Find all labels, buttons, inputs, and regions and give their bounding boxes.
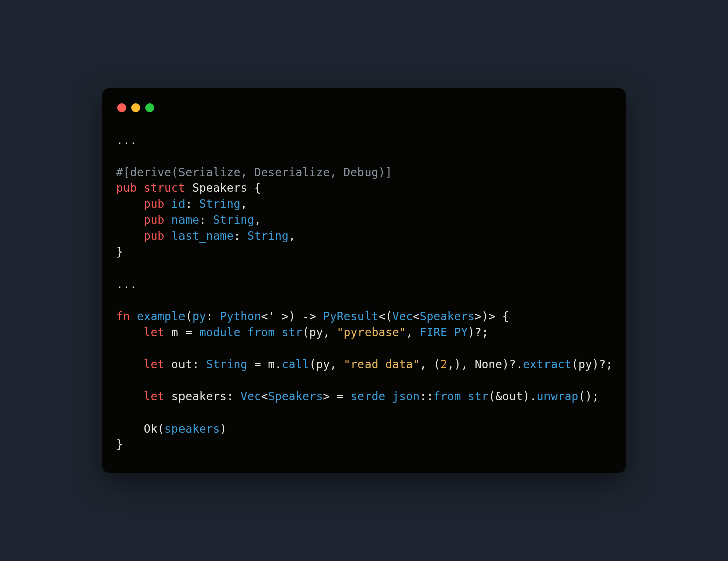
number-2: 2 (440, 358, 447, 371)
type-pyresult: PyResult (323, 310, 378, 323)
kw-pub: pub (116, 181, 137, 194)
kw-let: let (144, 358, 164, 371)
close-icon[interactable] (117, 103, 126, 112)
brace-close: } (116, 438, 123, 451)
kw-pub: pub (144, 197, 164, 210)
ok: Ok (144, 422, 158, 435)
serde-json: serde_json (350, 390, 419, 403)
fn-module-from-str: module_from_str (199, 326, 302, 339)
type-string: String (199, 197, 240, 210)
traffic-lights (117, 103, 612, 112)
type-python: Python (220, 310, 261, 323)
ellipsis: ... (116, 133, 137, 147)
maximize-icon[interactable] (145, 103, 154, 112)
code-window: ... #[derive(Serialize, Deserialize, Deb… (102, 88, 626, 473)
kw-pub: pub (144, 229, 164, 242)
brace-open: { (247, 181, 261, 194)
var-m: m (171, 326, 178, 339)
struct-name: Speakers (192, 181, 247, 194)
param-py: py (192, 310, 206, 323)
type-string: String (247, 229, 288, 242)
type-string: String (206, 358, 247, 371)
type-string: String (213, 213, 254, 226)
kw-struct: struct (144, 181, 185, 194)
var-speakers: speakers (164, 422, 220, 435)
type-speakers: Speakers (420, 310, 475, 323)
type-vec: Vec (392, 310, 413, 323)
kw-let: let (144, 326, 164, 339)
type-speakers: Speakers (268, 390, 323, 403)
string-read-data: "read_data" (344, 358, 420, 371)
brace-close: } (116, 245, 123, 258)
fn-call: call (282, 358, 309, 371)
string-pyrebase: "pyrebase" (337, 326, 406, 339)
minimize-icon[interactable] (131, 103, 140, 112)
field-id: id (171, 197, 186, 210)
kw-let: let (144, 390, 164, 403)
kw-fn: fn (116, 310, 130, 323)
field-last-name: last_name (171, 229, 234, 242)
derive-attribute: #[derive(Serialize, Deserialize, Debug)] (116, 166, 392, 179)
type-vec: Vec (240, 390, 261, 403)
code-block: ... #[derive(Serialize, Deserialize, Deb… (116, 132, 612, 453)
field-name: name (171, 213, 199, 226)
fn-unwrap: unwrap (537, 390, 578, 403)
fn-from-str: from_str (433, 390, 488, 403)
kw-pub: pub (144, 213, 164, 226)
var-speakers: speakers (171, 390, 227, 403)
ellipsis: ... (116, 277, 137, 291)
fn-extract: extract (523, 358, 571, 371)
var-out: out (171, 358, 192, 371)
const-fire-py: FIRE_PY (420, 326, 468, 339)
fn-name: example (137, 310, 185, 323)
none: None (475, 358, 502, 371)
